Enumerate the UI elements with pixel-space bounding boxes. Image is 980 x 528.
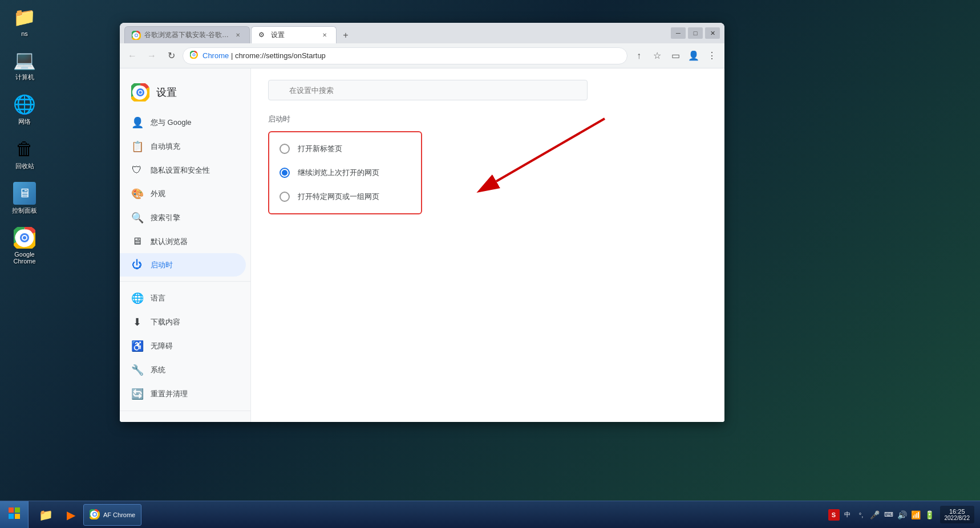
wrench-icon: 🔧: [131, 364, 143, 376]
chrome-label: Chrome: [203, 51, 229, 60]
address-bar[interactable]: Chrome | chrome://settings/onStartup: [183, 47, 627, 64]
svg-rect-19: [9, 514, 14, 519]
search-icon: 🔍: [131, 212, 143, 224]
radio-specific: [280, 192, 290, 202]
option-newtab[interactable]: 打开新标签页: [269, 137, 421, 161]
option-continue[interactable]: 继续浏览上次打开的网页: [269, 161, 421, 185]
svg-point-10: [193, 54, 195, 56]
tab-1-favicon: [132, 31, 141, 40]
forward-button[interactable]: →: [144, 48, 160, 64]
taskbar-chrome[interactable]: AF Chrome: [83, 504, 141, 526]
sidebar-toggle-button[interactable]: ▭: [667, 48, 683, 64]
sidebar-label-downloads: 下载内容: [151, 317, 180, 327]
sidebar-item-downloads[interactable]: ⬇ 下载内容: [120, 310, 246, 334]
startup-section-label: 启动时: [268, 114, 707, 124]
address-chrome-icon: [190, 51, 198, 60]
keyboard-icon[interactable]: ⌨: [883, 509, 894, 521]
title-bar: 谷歌浏览器下载安装-谷歌浏览器... ✕ ⚙ 设置 ✕ + ▾ ─ □ ✕: [120, 23, 724, 43]
battery-icon[interactable]: 🔋: [924, 509, 936, 521]
sidebar-item-startup[interactable]: ⏻ 启动时: [120, 253, 246, 277]
settings-main: 🔍 启动时 打开新标签页: [251, 68, 724, 422]
taskbar: 📁 ▶ AF Chrome: [0, 501, 980, 528]
close-button[interactable]: ✕: [705, 27, 720, 39]
search-bar-wrapper: 🔍: [268, 80, 707, 100]
sidebar-item-browser[interactable]: 🖥 默认浏览器: [120, 230, 246, 253]
address-bar-container: ← → ↻ Chrome | chrome:: [120, 43, 724, 68]
desktop-icon-network[interactable]: 🌐 网络: [5, 93, 44, 126]
startup-options-card: 打开新标签页 继续浏览上次打开的网页 打开特定网页或一组网页: [268, 131, 422, 214]
person-icon: 👤: [131, 116, 143, 129]
taskbar-chrome-icon: [90, 509, 100, 521]
address-url: chrome://settings/onStartup: [235, 51, 326, 60]
settings-header: 设置: [120, 74, 250, 111]
extensions-icon: 🧩: [131, 421, 143, 422]
option-specific[interactable]: 打开特定网页或一组网页: [269, 185, 421, 209]
desktop-icon-computer[interactable]: 💻 计算机: [5, 48, 44, 82]
profile-button[interactable]: 👤: [686, 48, 702, 64]
chrome-logo-icon: [131, 83, 149, 101]
svg-line-16: [496, 119, 605, 181]
tab-1-close[interactable]: ✕: [233, 31, 242, 40]
toolbar-actions: ↑ ☆ ▭ 👤 ⋮: [631, 48, 720, 64]
taskbar-chrome-label: AF Chrome: [103, 511, 135, 518]
sidebar-label-browser: 默认浏览器: [151, 237, 188, 247]
sidebar-item-privacy[interactable]: 🛡 隐私设置和安全性: [120, 159, 246, 182]
start-button[interactable]: [0, 501, 29, 529]
sidebar-item-reset[interactable]: 🔄 重置并清理: [120, 382, 246, 406]
sidebar-divider-1: [120, 281, 250, 282]
desktop-icon-recycle[interactable]: 🗑 回收站: [5, 137, 44, 170]
annotation-arrow: [422, 113, 622, 227]
sidebar-item-system[interactable]: 🔧 系统: [120, 358, 246, 382]
bookmark-button[interactable]: ☆: [649, 48, 665, 64]
reset-icon: 🔄: [131, 388, 143, 400]
tab-1-title: 谷歌浏览器下载安装-谷歌浏览器...: [144, 30, 230, 40]
desktop-icon-controlpanel[interactable]: 🖥 控制面板: [5, 182, 44, 215]
clipboard-icon: 📋: [131, 140, 143, 153]
taskbar-right: S 中 °, 🎤 ⌨ 🔊 📶 🔋 16:25 2022/8/22: [823, 506, 981, 523]
back-button[interactable]: ←: [124, 48, 140, 64]
svg-rect-20: [15, 514, 20, 519]
taskbar-filemanager[interactable]: 📁: [33, 504, 59, 526]
tab-1[interactable]: 谷歌浏览器下载安装-谷歌浏览器... ✕: [124, 26, 250, 43]
option-specific-label: 打开特定网页或一组网页: [298, 192, 379, 202]
reload-button[interactable]: ↻: [163, 48, 179, 64]
sidebar-label-startup: 启动时: [151, 260, 173, 270]
address-text: Chrome | chrome://settings/onStartup: [203, 51, 620, 60]
svg-rect-18: [15, 507, 20, 513]
network-status-icon[interactable]: 📶: [910, 509, 922, 521]
sidebar-item-language[interactable]: 🌐 语言: [120, 286, 246, 310]
desktop-icon-googlechrome[interactable]: Google Chrome: [5, 226, 44, 265]
share-button[interactable]: ↑: [631, 48, 647, 64]
radio-continue-inner: [282, 170, 287, 176]
sidebar-divider-2: [120, 411, 250, 411]
volume-icon[interactable]: 🔊: [897, 509, 908, 521]
palette-icon: 🎨: [131, 188, 143, 200]
language-icon: 🌐: [131, 292, 143, 304]
sidebar-item-extensions[interactable]: 🧩 扩展程序 ↗: [120, 416, 246, 422]
sidebar-item-autofill[interactable]: 📋 自动填充: [120, 135, 246, 159]
maximize-button[interactable]: □: [688, 27, 703, 39]
sidebar-item-accessibility[interactable]: ♿ 无障碍: [120, 334, 246, 358]
sidebar-item-google[interactable]: 👤 您与 Google: [120, 111, 246, 135]
settings-search-input[interactable]: [268, 80, 588, 100]
tab-2[interactable]: ⚙ 设置 ✕: [251, 26, 337, 43]
sidebar-item-search[interactable]: 🔍 搜索引擎: [120, 206, 246, 230]
desktop-icon-label-chrome: Google Chrome: [5, 251, 44, 265]
taskbar-clock[interactable]: 16:25 2022/8/22: [940, 506, 975, 523]
browser-window: 谷歌浏览器下载安装-谷歌浏览器... ✕ ⚙ 设置 ✕ + ▾ ─ □ ✕ ←: [120, 23, 724, 422]
menu-button[interactable]: ⋮: [704, 48, 720, 64]
lang-indicator[interactable]: 中: [842, 509, 853, 521]
taskbar-mediaplayer[interactable]: ▶: [61, 504, 81, 526]
desktop-icon-ns[interactable]: 📁 ns: [5, 6, 44, 37]
new-tab-button[interactable]: +: [338, 27, 354, 43]
minimize-button[interactable]: ─: [671, 27, 686, 39]
sidebar-label-accessibility: 无障碍: [151, 341, 173, 351]
input-method-icon[interactable]: S: [828, 509, 840, 521]
tab-2-close[interactable]: ✕: [320, 31, 329, 40]
mic-icon[interactable]: 🎤: [869, 509, 881, 521]
sidebar-item-appearance[interactable]: 🎨 外观: [120, 182, 246, 206]
tab-2-favicon: ⚙: [258, 31, 268, 40]
chrome-icon: [13, 226, 36, 249]
folder-icon: 📁: [13, 6, 36, 29]
desktop: 📁 ns 💻 计算机 🌐 网络 🗑 回收站 🖥 控制面板: [0, 0, 980, 528]
